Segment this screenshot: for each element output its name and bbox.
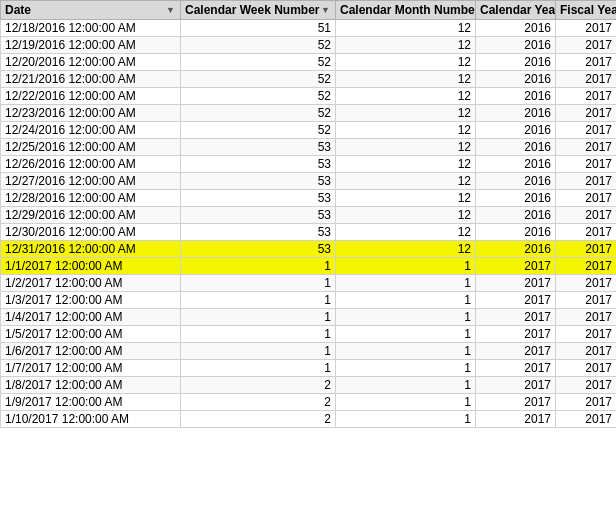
cell-year: 2017	[476, 377, 556, 394]
table-row: 1/5/2017 12:00:00 AM1120172017	[1, 326, 617, 343]
cell-year: 2017	[476, 411, 556, 428]
cell-week: 53	[181, 207, 336, 224]
cell-fiscal: 2017	[556, 292, 617, 309]
cell-date: 1/7/2017 12:00:00 AM	[1, 360, 181, 377]
table-row: 1/9/2017 12:00:00 AM2120172017	[1, 394, 617, 411]
cell-fiscal: 2017	[556, 173, 617, 190]
cell-fiscal: 2017	[556, 309, 617, 326]
cell-date: 12/25/2016 12:00:00 AM	[1, 139, 181, 156]
cell-fiscal: 2017	[556, 122, 617, 139]
column-header-label-fiscal: Fiscal Year	[560, 3, 616, 17]
table-row: 12/22/2016 12:00:00 AM521220162017	[1, 88, 617, 105]
cell-month: 12	[336, 173, 476, 190]
cell-fiscal: 2017	[556, 377, 617, 394]
cell-date: 1/1/2017 12:00:00 AM	[1, 258, 181, 275]
cell-week: 53	[181, 190, 336, 207]
cell-fiscal: 2017	[556, 326, 617, 343]
column-header-fiscal[interactable]: Fiscal Year▼	[556, 1, 617, 20]
table-row: 12/23/2016 12:00:00 AM521220162017	[1, 105, 617, 122]
cell-week: 53	[181, 173, 336, 190]
cell-year: 2016	[476, 20, 556, 37]
cell-month: 12	[336, 88, 476, 105]
cell-week: 51	[181, 20, 336, 37]
table-row: 12/18/2016 12:00:00 AM511220162017	[1, 20, 617, 37]
cell-date: 1/8/2017 12:00:00 AM	[1, 377, 181, 394]
column-header-label-year: Calendar Year	[480, 3, 556, 17]
cell-week: 53	[181, 241, 336, 258]
cell-month: 12	[336, 105, 476, 122]
cell-date: 12/19/2016 12:00:00 AM	[1, 37, 181, 54]
table-row: 12/19/2016 12:00:00 AM521220162017	[1, 37, 617, 54]
table-row: 1/3/2017 12:00:00 AM1120172017	[1, 292, 617, 309]
cell-month: 1	[336, 275, 476, 292]
cell-month: 12	[336, 224, 476, 241]
cell-month: 12	[336, 156, 476, 173]
cell-date: 12/26/2016 12:00:00 AM	[1, 156, 181, 173]
cell-year: 2016	[476, 54, 556, 71]
cell-date: 12/20/2016 12:00:00 AM	[1, 54, 181, 71]
table-row: 1/4/2017 12:00:00 AM1120172017	[1, 309, 617, 326]
table-row: 12/21/2016 12:00:00 AM521220162017	[1, 71, 617, 88]
cell-date: 12/18/2016 12:00:00 AM	[1, 20, 181, 37]
cell-week: 1	[181, 343, 336, 360]
table-row: 1/1/2017 12:00:00 AM1120172017	[1, 258, 617, 275]
cell-year: 2017	[476, 326, 556, 343]
cell-fiscal: 2017	[556, 190, 617, 207]
cell-year: 2016	[476, 190, 556, 207]
cell-month: 1	[336, 394, 476, 411]
cell-year: 2016	[476, 122, 556, 139]
cell-month: 1	[336, 377, 476, 394]
cell-week: 53	[181, 156, 336, 173]
cell-year: 2016	[476, 224, 556, 241]
cell-year: 2016	[476, 241, 556, 258]
column-header-month[interactable]: Calendar Month Number▼	[336, 1, 476, 20]
cell-fiscal: 2017	[556, 139, 617, 156]
cell-month: 12	[336, 37, 476, 54]
cell-week: 2	[181, 377, 336, 394]
cell-week: 52	[181, 54, 336, 71]
cell-year: 2016	[476, 37, 556, 54]
cell-date: 1/2/2017 12:00:00 AM	[1, 275, 181, 292]
cell-fiscal: 2017	[556, 343, 617, 360]
data-table: Date▼Calendar Week Number▼Calendar Month…	[0, 0, 616, 506]
table-row: 1/6/2017 12:00:00 AM1120172017	[1, 343, 617, 360]
table-row: 12/31/2016 12:00:00 AM531220162017	[1, 241, 617, 258]
cell-week: 2	[181, 394, 336, 411]
cell-date: 12/30/2016 12:00:00 AM	[1, 224, 181, 241]
sort-icon-week[interactable]: ▼	[321, 5, 331, 15]
cell-week: 52	[181, 122, 336, 139]
cell-month: 1	[336, 360, 476, 377]
table-row: 12/20/2016 12:00:00 AM521220162017	[1, 54, 617, 71]
cell-month: 1	[336, 326, 476, 343]
column-header-week[interactable]: Calendar Week Number▼	[181, 1, 336, 20]
cell-fiscal: 2017	[556, 360, 617, 377]
cell-year: 2017	[476, 343, 556, 360]
cell-date: 12/29/2016 12:00:00 AM	[1, 207, 181, 224]
cell-date: 12/27/2016 12:00:00 AM	[1, 173, 181, 190]
table-row: 1/10/2017 12:00:00 AM2120172017	[1, 411, 617, 428]
cell-date: 1/6/2017 12:00:00 AM	[1, 343, 181, 360]
cell-fiscal: 2017	[556, 156, 617, 173]
cell-fiscal: 2017	[556, 71, 617, 88]
cell-week: 53	[181, 139, 336, 156]
cell-fiscal: 2017	[556, 37, 617, 54]
cell-fiscal: 2017	[556, 394, 617, 411]
cell-fiscal: 2017	[556, 258, 617, 275]
column-header-date[interactable]: Date▼	[1, 1, 181, 20]
column-header-label-month: Calendar Month Number	[340, 3, 476, 17]
cell-year: 2016	[476, 105, 556, 122]
cell-date: 1/4/2017 12:00:00 AM	[1, 309, 181, 326]
column-header-year[interactable]: Calendar Year▼	[476, 1, 556, 20]
cell-date: 1/9/2017 12:00:00 AM	[1, 394, 181, 411]
cell-date: 12/22/2016 12:00:00 AM	[1, 88, 181, 105]
cell-fiscal: 2017	[556, 54, 617, 71]
cell-month: 12	[336, 54, 476, 71]
cell-month: 12	[336, 71, 476, 88]
table-row: 12/28/2016 12:00:00 AM531220162017	[1, 190, 617, 207]
cell-fiscal: 2017	[556, 20, 617, 37]
cell-week: 52	[181, 71, 336, 88]
sort-icon-date[interactable]: ▼	[166, 5, 176, 15]
cell-fiscal: 2017	[556, 241, 617, 258]
cell-date: 12/21/2016 12:00:00 AM	[1, 71, 181, 88]
cell-year: 2017	[476, 258, 556, 275]
